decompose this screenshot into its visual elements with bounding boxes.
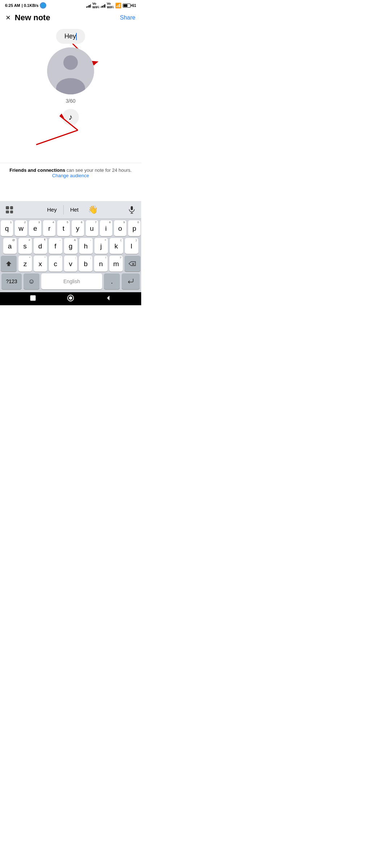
page-title: New note: [15, 13, 120, 22]
space-bar[interactable]: English: [41, 273, 102, 289]
wifi-icon: 📶: [115, 3, 121, 8]
svg-line-4: [36, 130, 78, 145]
text-cursor: [76, 33, 77, 40]
nav-home-button[interactable]: [67, 294, 75, 304]
sym-label: ?123: [6, 278, 17, 284]
keyboard-grid-button[interactable]: [4, 204, 15, 216]
vo-label-2: VoWiFi: [107, 2, 114, 9]
svg-marker-13: [107, 295, 109, 300]
key-b[interactable]: ;b: [79, 256, 92, 272]
key-k[interactable]: (k: [110, 238, 123, 254]
vo-label-1: VoWiFi: [92, 2, 99, 9]
nav-back-button[interactable]: [105, 294, 112, 303]
key-o[interactable]: 9o: [114, 220, 126, 236]
bottom-row: ?123 ☺ English .: [1, 273, 140, 289]
key-z[interactable]: *z: [18, 256, 32, 272]
audience-info: Friends and connections can see your not…: [0, 163, 141, 183]
signal-bars-2: [101, 3, 105, 8]
key-q[interactable]: 1q: [1, 220, 13, 236]
avatar-circle: [47, 47, 94, 94]
key-p[interactable]: 0p: [128, 220, 140, 236]
key-row-3: *z "x 'c :v ;b !n ?m: [1, 256, 140, 272]
audience-text: can see your note for 24 hours.: [65, 167, 132, 173]
suggestions-center: Hey Het 👋: [15, 205, 126, 214]
change-audience-link[interactable]: Change audience: [52, 173, 89, 178]
status-bar: 6:25 AM | 0.1KB/s 🌐 VoWiFi VoWiFi 📶 61: [0, 0, 141, 10]
key-row-1: 1q 2w 3e 4r 5t 6y 7u 8i 9o 0p: [1, 220, 140, 236]
navigation-bar: [0, 292, 141, 305]
key-x[interactable]: "x: [34, 256, 47, 272]
suggestion-emoji[interactable]: 👋: [85, 205, 101, 214]
key-r[interactable]: 4r: [43, 220, 55, 236]
emoji-icon: ☺: [28, 278, 35, 285]
key-e[interactable]: 3e: [29, 220, 41, 236]
key-h[interactable]: -h: [79, 238, 93, 254]
key-c[interactable]: 'c: [49, 256, 62, 272]
key-j[interactable]: +j: [94, 238, 108, 254]
svg-point-12: [69, 297, 72, 299]
key-l[interactable]: )l: [125, 238, 138, 254]
key-rows: 1q 2w 3e 4r 5t 6y 7u 8i 9o 0p @a #s ₹d -…: [0, 219, 141, 292]
symbol-button[interactable]: ?123: [1, 273, 22, 289]
key-g[interactable]: &g: [64, 238, 77, 254]
share-button[interactable]: Share: [120, 14, 135, 21]
avatar-head: [63, 55, 78, 70]
key-v[interactable]: :v: [64, 256, 77, 272]
key-m[interactable]: ?m: [109, 256, 123, 272]
time-label: 6:25 AM: [5, 3, 20, 8]
grid-dots-icon: [6, 206, 13, 213]
signal-bars-1: [86, 3, 91, 8]
audience-strong: Friends and connections: [9, 167, 65, 173]
shift-button[interactable]: [1, 256, 17, 272]
space-label: English: [63, 278, 80, 284]
key-y[interactable]: 6y: [72, 220, 84, 236]
svg-rect-10: [30, 295, 36, 301]
enter-button[interactable]: [122, 273, 140, 289]
period-button[interactable]: .: [104, 273, 120, 289]
music-icon: ♪: [69, 112, 73, 122]
close-button[interactable]: ×: [6, 14, 10, 22]
svg-rect-5: [131, 206, 133, 210]
battery-indicator: [123, 4, 131, 8]
key-u[interactable]: 7u: [86, 220, 98, 236]
avatar-container: [47, 47, 94, 94]
battery-fill: [123, 4, 127, 7]
status-left: 6:25 AM | 0.1KB/s 🌐: [5, 2, 46, 9]
suggestion-hey[interactable]: Hey: [41, 205, 63, 214]
avatar-body: [56, 78, 85, 94]
status-right: VoWiFi VoWiFi 📶 61: [86, 2, 136, 9]
keyboard-area: Hey Het 👋 1q 2w 3e 4r 5t 6y 7u 8i 9o 0p: [0, 201, 141, 292]
period-label: .: [111, 278, 113, 285]
network-icon: 🌐: [40, 2, 46, 9]
music-icon-button[interactable]: ♪: [62, 109, 79, 125]
note-bubble[interactable]: Hey: [56, 29, 85, 44]
key-w[interactable]: 2w: [15, 220, 27, 236]
key-n[interactable]: !n: [94, 256, 108, 272]
battery-label: 61: [132, 4, 136, 8]
nav-square-button[interactable]: [29, 294, 37, 303]
suggestions-bar: Hey Het 👋: [0, 201, 141, 219]
key-row-2: @a #s ₹d -f &g -h +j (k )l: [1, 238, 140, 254]
suggestion-het[interactable]: Het: [63, 205, 85, 214]
key-a[interactable]: @a: [3, 238, 17, 254]
key-i[interactable]: 8i: [100, 220, 112, 236]
note-text: Hey: [64, 33, 76, 40]
emoji-button[interactable]: ☺: [24, 273, 39, 289]
key-s[interactable]: #s: [18, 238, 32, 254]
key-d[interactable]: ₹d: [34, 238, 47, 254]
speed-label: | 0.1KB/s: [22, 3, 39, 8]
key-t[interactable]: 5t: [57, 220, 70, 236]
key-f[interactable]: -f: [49, 238, 62, 254]
delete-button[interactable]: [125, 256, 140, 272]
mic-button[interactable]: [126, 204, 138, 216]
top-bar: × New note Share: [0, 10, 141, 25]
char-count: 3/60: [66, 98, 75, 104]
main-content: Hey 3/60 ♪: [0, 25, 141, 163]
